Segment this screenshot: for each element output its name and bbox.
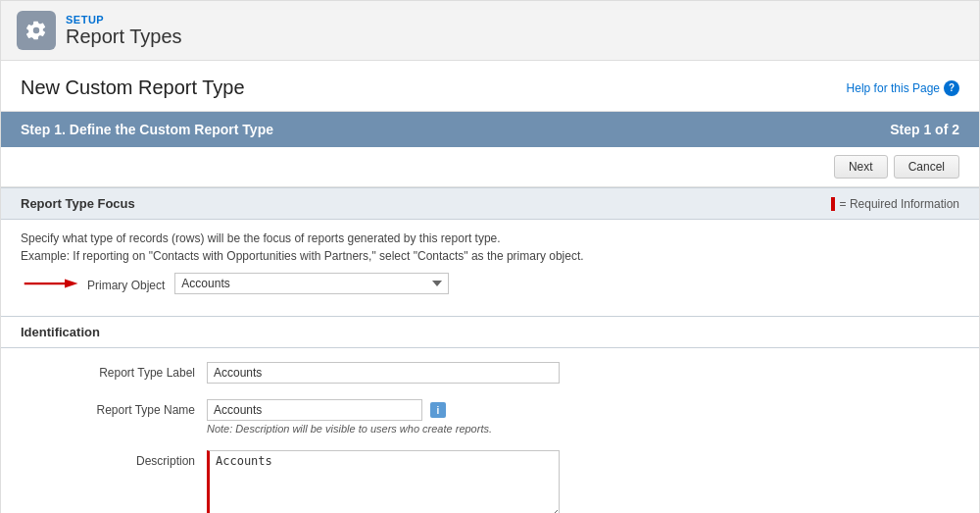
required-legend-text: = Required Information bbox=[840, 197, 959, 211]
report-type-name-label: Report Type Name bbox=[60, 399, 207, 417]
next-button[interactable]: Next bbox=[834, 155, 888, 179]
focus-description-line1: Specify what type of records (rows) will… bbox=[21, 231, 959, 245]
page-header: SETUP Report Types bbox=[1, 1, 979, 61]
report-type-name-row: Report Type Name i Note: Description wil… bbox=[60, 395, 959, 438]
primary-object-row: Primary Object Accounts Contacts Opportu… bbox=[21, 273, 959, 294]
red-arrow-icon bbox=[21, 274, 79, 293]
report-type-name-field: i Note: Description will be visible to u… bbox=[207, 399, 959, 435]
report-type-name-input[interactable] bbox=[207, 399, 422, 421]
cancel-button[interactable]: Cancel bbox=[894, 155, 959, 179]
toolbar: Next Cancel bbox=[1, 147, 979, 187]
report-type-label-field bbox=[207, 362, 959, 384]
report-type-focus-title: Report Type Focus bbox=[21, 196, 135, 211]
help-icon: ? bbox=[944, 80, 959, 96]
info-icon[interactable]: i bbox=[430, 402, 446, 418]
step-label: Step 1. Define the Custom Report Type bbox=[21, 122, 273, 137]
identification-header: Identification bbox=[1, 316, 979, 348]
setup-label: SETUP bbox=[66, 14, 182, 26]
required-legend: = Required Information bbox=[831, 197, 959, 211]
description-label: Description bbox=[60, 450, 207, 468]
note-text: Note: Description will be visible to use… bbox=[207, 423, 959, 435]
required-bar-icon bbox=[831, 197, 835, 211]
gear-icon bbox=[25, 20, 47, 41]
help-link[interactable]: Help for this Page ? bbox=[847, 80, 959, 96]
step-bar: Step 1. Define the Custom Report Type St… bbox=[1, 112, 979, 147]
report-type-label-row: Report Type Label bbox=[60, 358, 959, 387]
description-textarea[interactable]: Accounts bbox=[207, 450, 560, 513]
identification-form: Report Type Label Report Type Name i Not… bbox=[1, 348, 979, 513]
description-field: Accounts bbox=[207, 450, 959, 513]
description-row: Description Accounts bbox=[60, 446, 959, 513]
page-heading-row: New Custom Report Type Help for this Pag… bbox=[1, 61, 979, 112]
arrow-container bbox=[21, 274, 79, 293]
primary-object-label: Primary Object bbox=[87, 275, 174, 292]
focus-description-line2: Example: If reporting on "Contacts with … bbox=[21, 249, 959, 263]
identification-title: Identification bbox=[21, 325, 100, 339]
svg-marker-1 bbox=[65, 280, 78, 288]
main-content: New Custom Report Type Help for this Pag… bbox=[1, 61, 979, 513]
report-type-label-input[interactable] bbox=[207, 362, 560, 384]
step-count: Step 1 of 2 bbox=[890, 122, 959, 137]
header-text-group: SETUP Report Types bbox=[66, 14, 182, 48]
primary-object-select[interactable]: Accounts Contacts Opportunities Leads Ca… bbox=[174, 273, 449, 294]
report-type-label-label: Report Type Label bbox=[60, 362, 207, 380]
help-link-text: Help for this Page bbox=[847, 81, 940, 95]
report-type-focus-content: Specify what type of records (rows) will… bbox=[1, 220, 979, 316]
report-type-focus-header: Report Type Focus = Required Information bbox=[1, 187, 979, 220]
page-title: New Custom Report Type bbox=[21, 77, 245, 99]
setup-icon bbox=[17, 11, 56, 50]
header-page-title: Report Types bbox=[66, 26, 182, 48]
